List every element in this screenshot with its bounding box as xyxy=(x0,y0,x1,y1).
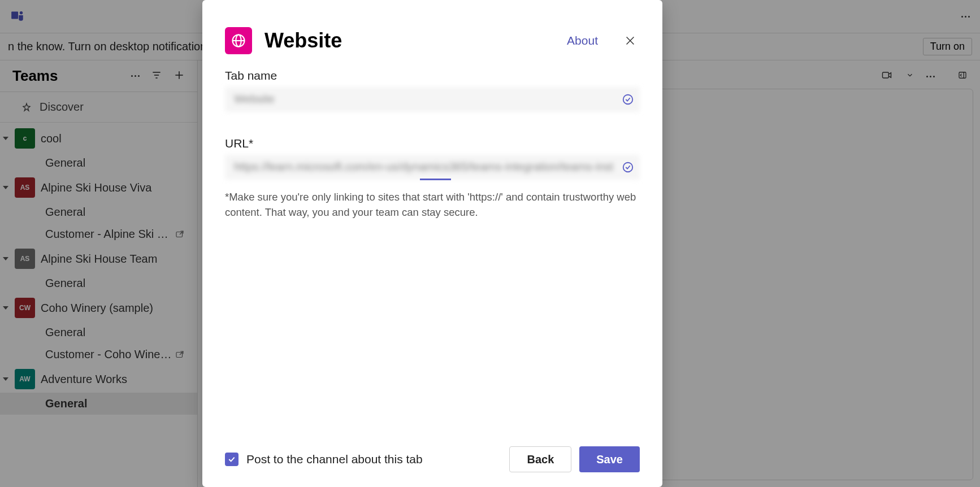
post-checkbox-label: Post to the channel about this tab xyxy=(246,453,423,466)
svg-point-24 xyxy=(623,95,633,105)
save-button[interactable]: Save xyxy=(579,446,640,472)
post-checkbox[interactable] xyxy=(225,453,239,466)
url-helper-text: *Make sure you're only linking to sites … xyxy=(225,190,640,220)
tab-name-input[interactable] xyxy=(225,87,640,112)
focus-indicator xyxy=(420,179,451,180)
close-button[interactable] xyxy=(621,31,640,50)
tab-name-label: Tab name xyxy=(225,69,640,82)
url-label: URL* xyxy=(225,137,640,150)
validated-icon xyxy=(622,161,634,173)
back-button[interactable]: Back xyxy=(509,446,571,472)
website-app-icon xyxy=(225,27,252,54)
url-input[interactable] xyxy=(225,155,640,180)
modal-title: Website xyxy=(264,29,342,53)
about-link[interactable]: About xyxy=(567,34,598,47)
svg-point-25 xyxy=(623,163,633,172)
validated-icon xyxy=(622,93,634,106)
add-website-tab-modal: Website About Tab name URL* *Make sure y… xyxy=(202,0,662,487)
